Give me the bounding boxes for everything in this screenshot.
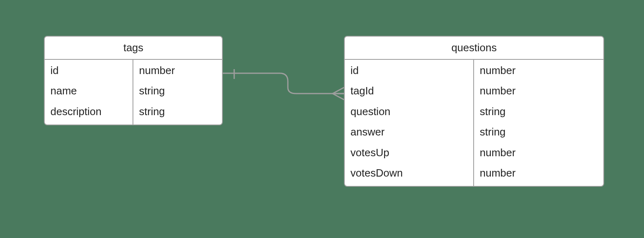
entity-tags-title: tags <box>45 37 222 60</box>
field-name: question <box>350 104 468 119</box>
field-name: name <box>50 83 128 98</box>
field-type: number <box>139 63 217 78</box>
relation-connector-icon <box>223 69 344 102</box>
entity-questions-body: id tagId question answer votesUp votesDo… <box>345 60 603 186</box>
entity-questions: questions id tagId question answer votes… <box>344 36 604 187</box>
entity-tags-body: id name description number string string <box>45 60 222 124</box>
field-name: id <box>50 63 128 78</box>
field-type: string <box>139 104 217 119</box>
entity-questions-fields-types: number number string string number numbe… <box>474 60 603 186</box>
field-type: string <box>480 104 598 119</box>
field-name: answer <box>350 124 468 139</box>
field-name: id <box>350 63 468 78</box>
entity-questions-fields-names: id tagId question answer votesUp votesDo… <box>345 60 474 186</box>
field-type: number <box>480 83 598 98</box>
field-type: string <box>480 124 598 139</box>
field-name: votesUp <box>350 145 468 160</box>
svg-line-3 <box>333 94 344 100</box>
entity-tags: tags id name description number string s… <box>44 36 223 125</box>
field-type: number <box>480 145 598 160</box>
svg-line-1 <box>333 87 344 94</box>
field-name: votesDown <box>350 166 468 180</box>
field-name: tagId <box>350 83 468 98</box>
entity-tags-fields-types: number string string <box>133 60 222 124</box>
field-type: number <box>480 166 598 180</box>
field-type: number <box>480 63 598 78</box>
entity-questions-title: questions <box>345 37 603 60</box>
entity-tags-fields-names: id name description <box>45 60 133 124</box>
field-name: description <box>50 104 128 119</box>
field-type: string <box>139 83 217 98</box>
